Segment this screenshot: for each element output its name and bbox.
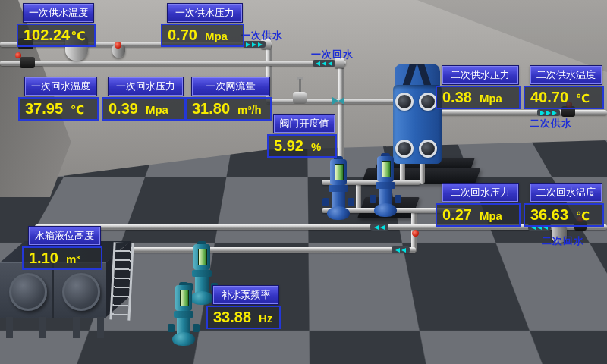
display-primary-supply-pressure[interactable]: 一次供水压力 0.70Mpa	[161, 4, 244, 47]
display-value: 37.95℃	[18, 97, 99, 121]
display-label: 阀门开度值	[274, 115, 335, 133]
display-value: 40.70℃	[524, 86, 604, 109]
pump-status-window	[335, 164, 344, 180]
tank-manhole	[62, 273, 100, 311]
makeup-pipe	[115, 294, 466, 300]
display-label: 二次回水压力	[442, 184, 518, 202]
bowtie-valve-icon	[332, 97, 344, 105]
tank-leg	[6, 317, 13, 338]
display-label: 一次回水压力	[109, 77, 183, 96]
hx-port	[395, 140, 414, 158]
display-primary-flow[interactable]: 一次网流量 31.80m³/h	[185, 77, 272, 121]
valve-handwheel	[15, 52, 21, 58]
tank-leg	[97, 317, 104, 338]
display-label: 二次供水压力	[442, 66, 518, 84]
display-value: 0.27Mpa	[436, 203, 521, 227]
display-primary-return-temp[interactable]: 一次回水温度 37.95℃	[18, 77, 99, 121]
hmi-heating-station-screen: 一次供水 一次回水 二次供水 二次回水 补水 一次供水温度 102.24℃ 一次…	[0, 0, 607, 364]
display-secondary-supply-pressure[interactable]: 二次供水压力 0.38Mpa	[436, 66, 521, 109]
pipe-label-primary-supply: 一次供水	[241, 29, 283, 42]
display-value: 36.63℃	[524, 203, 604, 227]
tank-rail-pipe	[115, 247, 416, 253]
pipe-flange	[454, 290, 467, 300]
hx-port	[419, 140, 437, 158]
display-secondary-return-temp[interactable]: 二次回水温度 36.63℃	[524, 184, 604, 227]
display-value: 102.24℃	[17, 24, 96, 47]
hx-port	[395, 93, 414, 111]
secondary-supply-pipe	[432, 110, 607, 115]
display-valve-opening[interactable]: 阀门开度值 5.92%	[267, 115, 337, 158]
display-label: 补水泵频率	[213, 286, 278, 304]
display-value: 1.10m³	[22, 246, 102, 270]
circulation-pump-1[interactable]	[326, 156, 351, 220]
display-secondary-supply-temp[interactable]: 二次供水温度 40.70℃	[524, 66, 604, 109]
display-tank-level[interactable]: 水箱液位高度 1.10m³	[22, 227, 102, 270]
display-primary-supply-temp[interactable]: 一次供水温度 102.24℃	[17, 4, 96, 47]
flow-arrows-secondary-supply	[537, 109, 560, 116]
display-label: 一次供水压力	[168, 4, 242, 22]
pipe-label-secondary-return: 二次回水	[542, 234, 584, 248]
gauge-red-cap	[115, 42, 121, 49]
display-primary-return-pressure[interactable]: 一次回水压力 0.39Mpa	[102, 77, 185, 121]
flow-arrows-makeup	[416, 293, 434, 300]
tank-ladder	[109, 242, 134, 320]
pump-status-window	[180, 290, 189, 306]
makeup-pump-2[interactable]	[171, 282, 196, 346]
tank-leg	[39, 317, 46, 338]
tank-leg	[73, 317, 80, 338]
primary-return-pipe	[0, 61, 346, 66]
flow-arrows-return-mid	[370, 224, 388, 231]
pump-status-window	[382, 161, 391, 177]
display-label: 一次供水温度	[24, 4, 93, 22]
display-value: 0.38Mpa	[436, 86, 521, 109]
display-secondary-return-pressure[interactable]: 二次回水压力 0.27Mpa	[436, 184, 521, 227]
pipe-label-makeup-water: 补水	[433, 303, 454, 317]
hx-port	[419, 93, 437, 111]
display-label: 水箱液位高度	[29, 227, 100, 245]
display-value: 0.39Mpa	[102, 97, 185, 121]
display-value: 31.80m³/h	[185, 97, 272, 121]
pipe-label-secondary-supply: 二次供水	[530, 117, 572, 130]
display-value: 33.88Hz	[206, 306, 281, 329]
drain-valve-cap	[412, 230, 419, 237]
pump-status-window	[198, 249, 207, 265]
display-label: 二次回水温度	[530, 184, 602, 202]
tank-manhole	[9, 273, 47, 311]
flow-arrows-rail	[392, 246, 410, 253]
display-value: 5.92%	[267, 134, 337, 158]
display-label: 一次网流量	[192, 77, 269, 96]
shutoff-valve[interactable]	[20, 57, 35, 68]
display-label: 二次供水温度	[530, 66, 602, 84]
pipe-label-primary-return: 一次回水	[311, 48, 354, 61]
secondary-return-pipe	[35, 224, 607, 230]
circulation-pump-2[interactable]	[373, 153, 398, 217]
display-label: 一次回水温度	[25, 77, 96, 96]
electric-control-valve[interactable]	[291, 79, 308, 105]
display-value: 0.70Mpa	[161, 24, 244, 47]
display-makeup-pump-freq[interactable]: 补水泵频率 33.88Hz	[206, 286, 281, 329]
